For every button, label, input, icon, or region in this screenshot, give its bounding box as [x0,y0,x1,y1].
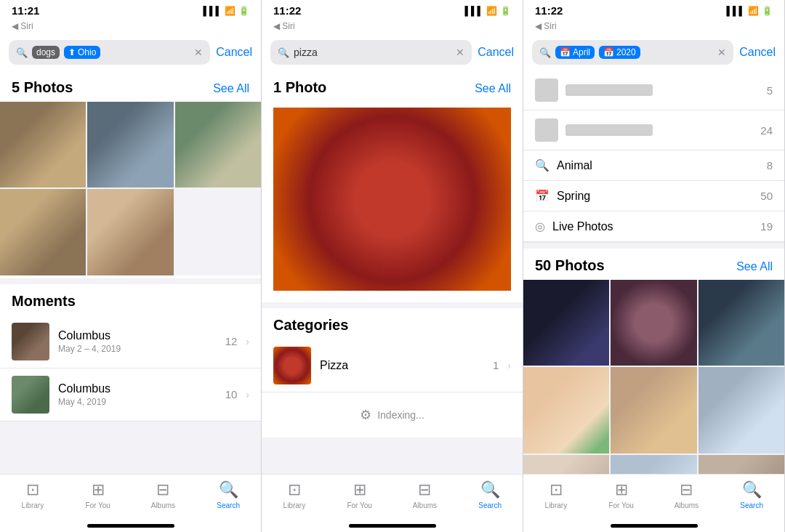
see-all-button[interactable]: See All [736,260,773,273]
photo-cell[interactable] [0,102,86,188]
signal-icon: ▌▌▌ [726,6,745,16]
moment-date: May 4, 2019 [58,397,217,407]
photo-cell[interactable] [611,367,696,453]
search-bar-area: 🔍 📅April 📅2020 ✕ Cancel [523,34,784,70]
moment-item-2[interactable]: Columbus May 4, 2019 10 › [0,368,261,422]
tab-bar: ⊡ Library ⊞ For You ⊟ Albums 🔍 Search [262,474,523,521]
panel-april: 11:22 ▌▌▌ 📶 🔋 ◀ Siri 🔍 📅April 📅2020 ✕ Ca… [523,0,785,532]
photos-header: 50 Photos See All [523,249,784,280]
tab-label: Search [740,501,763,509]
status-bar: 11:22 ▌▌▌ 📶 🔋 [262,0,523,20]
category-item-pizza[interactable]: Pizza 1 › [262,339,523,392]
photo-cell[interactable] [699,280,784,366]
result-count: 50 [760,190,773,202]
tag-dogs[interactable]: dogs [32,46,60,59]
for-you-icon: ⊞ [353,480,366,499]
result-count: 24 [760,124,773,137]
photo-cell[interactable] [0,189,86,275]
moment-location: Columbus [58,329,217,342]
tab-library[interactable]: ⊡ Library [523,480,589,509]
tab-search[interactable]: 🔍 Search [196,480,261,509]
status-icons: ▌▌▌ 📶 🔋 [464,6,511,16]
category-name: Pizza [320,359,484,372]
photo-cell[interactable] [523,367,609,453]
photo-cell[interactable] [175,102,261,188]
tag-2020[interactable]: 📅2020 [599,46,640,59]
see-all-button[interactable]: See All [213,82,249,95]
search-icon: 🔍 [16,47,28,58]
tab-library[interactable]: ⊡ Library [0,480,65,509]
tab-for-you[interactable]: ⊞ For You [327,480,392,509]
tab-for-you[interactable]: ⊞ For You [589,480,654,509]
tab-bar: ⊡ Library ⊞ For You ⊟ Albums 🔍 Search [0,474,261,521]
indexing-row: ⚙ Indexing... [262,392,523,438]
cancel-button[interactable]: Cancel [739,46,776,59]
clear-button[interactable]: ✕ [717,47,726,58]
result-text: Animal [557,159,592,172]
clear-button[interactable]: ✕ [194,47,203,58]
tab-search[interactable]: 🔍 Search [719,480,784,509]
chevron-icon: › [246,336,249,347]
photo-cell[interactable] [87,102,173,188]
category-thumb [273,347,311,384]
cancel-button[interactable]: Cancel [216,46,252,59]
search-bar[interactable]: 🔍 dogs ⬆Ohio ✕ [9,40,210,65]
tab-label: Search [478,501,502,509]
search-tab-icon: 🔍 [480,480,500,499]
see-all-button[interactable]: See All [475,82,511,95]
moment-item-1[interactable]: Columbus May 2 – 4, 2019 12 › [0,315,261,368]
result-row-live[interactable]: ◎ Live Photos 19 [523,211,784,242]
panel-pizza: 11:22 ▌▌▌ 📶 🔋 ◀ Siri 🔍 pizza ✕ Cancel 1 … [262,0,523,532]
search-bar[interactable]: 🔍 📅April 📅2020 ✕ [532,40,733,65]
indexing-text: Indexing... [377,409,424,421]
photo-cell[interactable] [523,455,609,474]
photo-cell[interactable] [699,455,784,474]
home-bar [611,524,698,528]
photo-cell[interactable] [611,455,696,474]
photo-cell[interactable] [87,189,173,275]
photo-cell[interactable] [699,367,784,453]
home-bar [87,524,174,528]
calendar-tag-icon: 📅 [603,47,614,57]
tab-albums[interactable]: ⊟ Albums [654,480,720,509]
status-icons: ▌▌▌ 📶 🔋 [726,6,773,16]
library-icon: ⊡ [288,480,301,499]
chevron-icon: › [507,360,511,371]
moments-section: Moments Columbus May 2 – 4, 2019 12 › Co… [0,284,261,422]
moment-date: May 2 – 4, 2019 [58,344,217,354]
result-row-2[interactable]: 24 [523,110,784,150]
cancel-button[interactable]: Cancel [478,46,514,59]
tab-library[interactable]: ⊡ Library [262,480,327,509]
tag-april[interactable]: 📅April [555,46,595,59]
result-count: 19 [760,220,773,233]
result-row-spring[interactable]: 📅 Spring 50 [523,181,784,211]
result-thumb [535,118,558,142]
search-bar-area: 🔍 pizza ✕ Cancel [262,34,523,70]
search-bar[interactable]: 🔍 pizza ✕ [270,40,472,65]
photos-header: 1 Photo See All [262,70,523,102]
siri-bar: ◀ Siri [262,20,523,34]
pizza-photo[interactable] [273,108,511,291]
photo-cell[interactable] [523,280,609,366]
search-text: pizza [294,47,318,58]
result-count: 5 [767,84,773,97]
home-bar [349,524,436,528]
wifi-icon: 📶 [225,6,236,16]
photo-cell[interactable] [611,280,696,366]
tab-for-you[interactable]: ⊞ For You [65,480,131,509]
result-row-animal[interactable]: 🔍 Animal 8 [523,150,784,181]
tab-albums[interactable]: ⊟ Albums [131,480,196,509]
result-row-1[interactable]: 5 [523,70,784,110]
wifi-icon: 📶 [486,6,497,16]
chevron-icon: › [246,389,249,400]
clear-button[interactable]: ✕ [456,47,464,58]
tab-search[interactable]: 🔍 Search [457,480,523,509]
status-bar: 11:22 ▌▌▌ 📶 🔋 [523,0,784,20]
content-area: 5 Photos See All Moments Columbus May 2 … [0,70,261,474]
library-icon: ⊡ [550,480,563,499]
tab-albums[interactable]: ⊟ Albums [392,480,458,509]
result-left: 🔍 Animal [535,158,592,172]
tag-ohio[interactable]: ⬆Ohio [64,46,100,59]
tab-label: For You [608,501,633,509]
search-result-icon: 🔍 [535,158,550,172]
